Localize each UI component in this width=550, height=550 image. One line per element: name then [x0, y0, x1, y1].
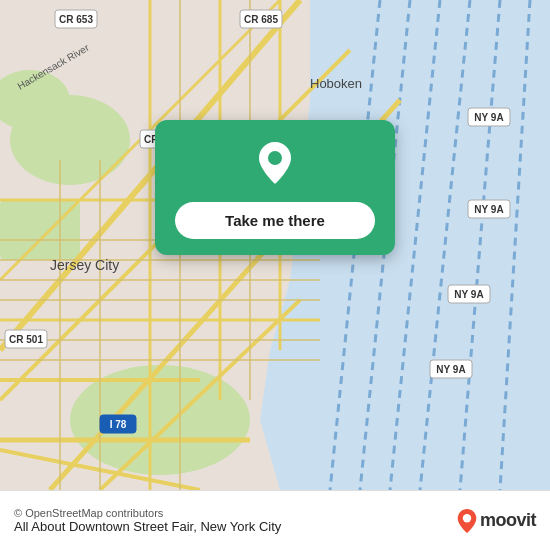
copyright-text: © OpenStreetMap contributors	[14, 507, 281, 519]
svg-text:NY 9A: NY 9A	[436, 364, 465, 375]
bottom-left-info: © OpenStreetMap contributors All About D…	[14, 507, 281, 534]
moovit-pin-icon	[456, 508, 478, 534]
svg-text:NY 9A: NY 9A	[474, 204, 503, 215]
svg-text:Jersey City: Jersey City	[50, 257, 119, 273]
moovit-text: moovit	[480, 510, 536, 531]
location-pin-icon	[249, 138, 301, 190]
location-name: All About Downtown Street Fair, New York…	[14, 519, 281, 534]
svg-text:CR 653: CR 653	[59, 14, 93, 25]
svg-text:CR 685: CR 685	[244, 14, 278, 25]
take-me-there-button[interactable]: Take me there	[175, 202, 375, 239]
moovit-logo: moovit	[456, 508, 536, 534]
svg-text:Hoboken: Hoboken	[310, 76, 362, 91]
map-container: Hackensack River CR 653 CR 685 CR 501 CR…	[0, 0, 550, 490]
bottom-bar: © OpenStreetMap contributors All About D…	[0, 490, 550, 550]
svg-text:NY 9A: NY 9A	[474, 112, 503, 123]
svg-point-58	[268, 151, 282, 165]
svg-text:I 78: I 78	[110, 419, 127, 430]
svg-text:NY 9A: NY 9A	[454, 289, 483, 300]
svg-rect-11	[0, 200, 80, 260]
svg-point-59	[463, 514, 471, 522]
svg-text:CR 501: CR 501	[9, 334, 43, 345]
overlay-card: Take me there	[155, 120, 395, 255]
